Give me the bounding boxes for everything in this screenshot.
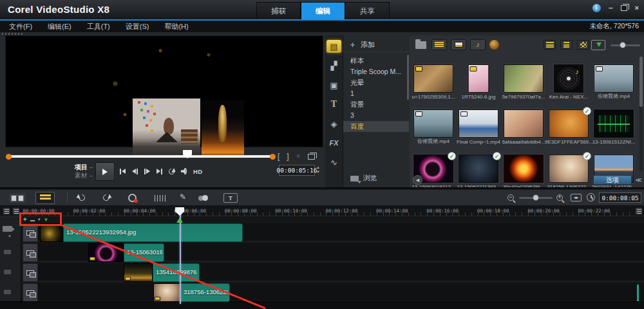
go-to-start-button[interactable] [120, 169, 126, 174]
menu-工具(T)[interactable]: 工具(T) [87, 22, 110, 32]
library-thumbnail[interactable] [504, 154, 544, 183]
sound-mixer-button[interactable] [155, 195, 166, 201]
timecode-spinner[interactable]: ▲▼ [316, 165, 320, 174]
library-thumbnail[interactable] [413, 64, 453, 93]
trim-end-handle[interactable] [270, 154, 276, 160]
browse-button[interactable]: 浏览 [350, 174, 377, 183]
overlay-track-icon[interactable] [4, 270, 11, 274]
library-thumbnail[interactable] [468, 64, 489, 93]
timeline-zoom-knob[interactable] [533, 194, 539, 201]
menu-文件(F)[interactable]: 文件(F) [9, 22, 32, 32]
library-scrollbar[interactable] [639, 57, 643, 171]
zoom-out-button[interactable]: − [507, 194, 514, 201]
enlarge-preview-icon[interactable] [308, 154, 315, 160]
tab-捕获[interactable]: 捕获 [256, 2, 301, 19]
hd-preview-toggle[interactable]: HD [193, 168, 203, 175]
tab-编辑[interactable]: 编辑 [301, 2, 345, 19]
timeline-clip[interactable]: 135416699876 [124, 263, 200, 282]
subtitle-editor-button[interactable]: T [223, 193, 238, 203]
previous-frame-button[interactable] [132, 169, 138, 174]
ruler-options-button[interactable] [635, 207, 643, 215]
media-gallery-icon[interactable]: ▤ [327, 40, 341, 53]
library-thumbnail[interactable] [504, 109, 544, 138]
filter-photo-button[interactable] [451, 39, 466, 50]
library-item[interactable]: 30c40a020f63f9... [501, 147, 546, 191]
track-tool-icon[interactable]: ✚ [23, 217, 27, 222]
category-item-1[interactable]: 1 [343, 88, 409, 99]
volume-button[interactable] [181, 168, 187, 174]
mode-project-radio[interactable]: 项目 [75, 164, 88, 171]
redo-button[interactable] [102, 193, 111, 202]
timeline-clip[interactable]: 318756-1306222 [153, 283, 230, 302]
repeat-button[interactable] [169, 169, 175, 174]
graphics-gallery-icon[interactable]: ◈ [327, 117, 341, 130]
record-capture-button[interactable] [128, 194, 137, 202]
duration-clock-icon[interactable] [587, 193, 595, 201]
category-item-光晕[interactable]: 光晕 [343, 77, 409, 88]
view-list-button[interactable] [560, 40, 573, 50]
timeline-ruler[interactable]: 00:00:00:0000:00:02:0000:00:04:0000:00:0… [0, 206, 644, 216]
overlay-track-header[interactable] [23, 263, 38, 282]
mark-out-button[interactable]: ] [287, 152, 289, 161]
library-thumbnail[interactable] [594, 64, 634, 93]
close-button[interactable]: × [635, 4, 639, 12]
overlay-track-header[interactable] [23, 243, 38, 262]
overlay-track-icon[interactable] [4, 250, 11, 254]
library-thumbnail[interactable] [594, 109, 634, 138]
tab-共享[interactable]: 共享 [345, 2, 390, 19]
motion-path-gallery-icon[interactable]: ∿ [327, 156, 341, 169]
help-button[interactable]: i [592, 4, 601, 12]
category-scrollbar[interactable] [407, 55, 409, 100]
track-row[interactable] [38, 283, 644, 302]
category-item-百度[interactable]: 百度 [343, 121, 409, 132]
minimize-button[interactable]: – [609, 5, 613, 11]
library-thumbnail[interactable]: ✓ [459, 154, 498, 183]
import-media-button[interactable] [591, 40, 605, 50]
library-item[interactable]: u=1750255309,1... [411, 57, 456, 100]
overlay-track-icon[interactable] [4, 290, 11, 294]
storyboard-view-button[interactable] [9, 193, 26, 203]
go-to-end-button[interactable] [156, 169, 162, 174]
split-clip-button[interactable]: × [296, 152, 301, 161]
video-track-icon[interactable] [3, 226, 12, 232]
view-grid-button[interactable] [577, 40, 589, 50]
track-manager-button[interactable] [3, 207, 10, 215]
library-item[interactable]: 6afaaaa9abddb4... [501, 102, 546, 145]
library-item[interactable]: ✓13-15052221393... [456, 147, 501, 191]
track-tools[interactable]: ✚▬▾▼ [23, 216, 48, 223]
track-tool-icon[interactable]: ▾ [38, 217, 41, 222]
menu-设置(S)[interactable]: 设置(S) [126, 22, 149, 32]
options-button[interactable]: 选项 [593, 175, 632, 185]
preview-video-area[interactable] [5, 35, 323, 147]
library-item[interactable]: 1RT5240-6.jpg [456, 57, 501, 100]
title-gallery-icon[interactable]: T [327, 98, 341, 111]
add-category-button[interactable]: + 添加 [343, 38, 409, 52]
library-item[interactable]: 5e79679370af7a... [501, 57, 546, 100]
library-thumbnail[interactable]: ♪ [554, 64, 583, 93]
menu-帮助(H)[interactable]: 帮助(H) [164, 22, 188, 32]
filter-audio-button[interactable]: ♪ [470, 39, 486, 50]
mode-clip-radio[interactable]: 素材 [75, 172, 88, 179]
view-thumbnail-button[interactable] [544, 40, 556, 50]
painting-creator-button[interactable]: ✎ [180, 193, 187, 201]
library-thumbnail[interactable]: ✓ [549, 154, 589, 183]
timeline-clip[interactable]: 13-150522213932954.jpg [40, 223, 243, 242]
library-item[interactable]: 你侬我侬.mp4 [591, 57, 636, 100]
disc-icon[interactable] [489, 40, 499, 50]
library-item[interactable]: ♪Ken Arai - NEX... [546, 57, 591, 100]
library-item[interactable]: Final Comp~1.mp4 [456, 102, 501, 145]
transition-gallery-icon[interactable]: ▞ [327, 59, 341, 72]
thumbnail-size-knob[interactable] [620, 42, 626, 48]
track-manager-button-2[interactable] [12, 207, 20, 215]
library-item[interactable]: ✓318756-1306222... [546, 147, 591, 191]
scrubber-track[interactable] [9, 155, 272, 158]
filter-fx-gallery-icon[interactable]: FX [327, 136, 341, 149]
library-item[interactable]: 你侬我侬.mp4 [411, 102, 456, 145]
timeline-clip[interactable]: 13-150630192 [88, 243, 164, 262]
overlay-track-header[interactable] [23, 283, 38, 302]
auto-music-button[interactable] [198, 195, 210, 201]
timeline-timecode[interactable]: 0:00:08:05 [599, 192, 641, 203]
library-thumbnail[interactable] [504, 64, 544, 93]
filter-video-button[interactable] [431, 39, 447, 50]
zoom-in-button[interactable]: + [556, 194, 563, 201]
